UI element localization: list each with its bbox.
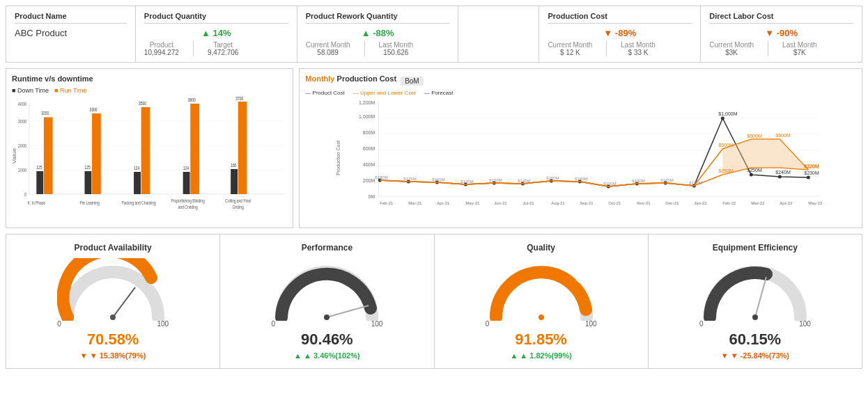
svg-rect-17 [92, 113, 101, 194]
kpi-prod-cost-last: Last Month $ 33 K [621, 41, 655, 56]
kpi-product-rework-title: Product Rework Quantity [306, 12, 450, 24]
down-arrow-icon [765, 28, 774, 38]
svg-text:Feb-22: Feb-22 [723, 201, 737, 205]
svg-text:3600: 3600 [188, 97, 196, 102]
kpi-product-name-title: Product Name [15, 12, 127, 24]
svg-rect-16 [84, 171, 91, 194]
gauge-row: Product Availability 0 100 70.58% ▼ ▼ 15 [6, 234, 862, 369]
kpi-rework-current: Current Month 58.089 [306, 41, 350, 56]
svg-text:Proportioning Blinding: Proportioning Blinding [171, 198, 205, 203]
up-arrow-icon: ▲ [294, 351, 304, 360]
kpi-product-name: Product Name ABC Product [6, 6, 136, 62]
svg-text:$120M: $120M [690, 181, 702, 185]
kpi-direct-labor: Direct Labor Cost -90% Current Month $3K… [701, 6, 862, 62]
kpi-production-cost-title: Production Cost [548, 12, 692, 24]
gauge-performance-change: ▲ ▲ 3.46%(102%) [226, 351, 428, 360]
svg-text:May-21: May-21 [466, 201, 481, 205]
svg-text:$140M: $140M [633, 179, 645, 183]
kpi-direct-labor-sub: Current Month $3K Last Month $7K [709, 41, 853, 56]
svg-text:K: In Phase: K: In Phase [28, 200, 46, 205]
up-arrow-icon [201, 28, 210, 38]
svg-text:$600M: $600M [776, 133, 791, 138]
gauge-availability-title: Product Availability [12, 243, 214, 253]
kpi-labor-current: Current Month $3K [709, 41, 754, 56]
up-arrow-icon [362, 28, 371, 38]
line-chart-svg: Production Cost 0M 200M 400M 600M 800M 1… [305, 99, 856, 221]
kpi-product-rework: Product Rework Quantity -88% Current Mon… [297, 6, 459, 62]
svg-text:4000: 4000 [18, 101, 27, 106]
kpi-target-sub: Target 9,472.706 [208, 41, 239, 56]
svg-text:$240M: $240M [776, 170, 791, 175]
svg-text:$150M: $150M [490, 178, 502, 182]
svg-point-108 [110, 315, 116, 320]
svg-text:600M: 600M [363, 146, 375, 151]
svg-rect-32 [231, 169, 238, 194]
svg-text:Dec-21: Dec-21 [666, 201, 680, 205]
legend-upper-lower: — Upper and Lower Cost [353, 90, 416, 96]
gauge-performance-title: Performance [226, 243, 428, 253]
svg-text:Jan-22: Jan-22 [695, 201, 708, 205]
kpi-product-sub: Product 10,994.272 [144, 41, 179, 56]
svg-text:Value: Value [12, 148, 17, 164]
svg-text:800M: 800M [363, 130, 375, 135]
svg-line-113 [755, 277, 766, 317]
down-arrow-icon: ▼ [80, 351, 90, 360]
svg-rect-26 [183, 172, 190, 194]
svg-text:$220M: $220M [805, 164, 820, 169]
svg-text:Nov-21: Nov-21 [637, 201, 651, 205]
svg-point-83 [778, 175, 782, 179]
svg-text:$145M: $145M [518, 179, 531, 183]
gauge-efficiency-change: ▼ ▼ -25.84%(73%) [654, 351, 856, 360]
kpi-direct-labor-title: Direct Labor Cost [709, 12, 853, 24]
svg-point-84 [807, 176, 810, 180]
gauge-performance-labels: 0 100 [271, 320, 382, 328]
svg-text:124: 124 [183, 166, 189, 170]
svg-text:Griding: Griding [233, 205, 244, 209]
kpi-product-quantity-sub: Product 10,994.272 Target 9,472.706 [144, 41, 288, 56]
svg-text:0M: 0M [369, 194, 375, 199]
svg-text:$250M: $250M [719, 168, 734, 173]
svg-text:Production Cost: Production Cost [336, 141, 341, 175]
gauge-availability-change: ▼ ▼ 15.38%(79%) [12, 351, 214, 360]
legend-downtime: ■ Down Time [12, 87, 49, 94]
gauge-quality: Quality 0 100 91.85% ▲ ▲ 1.82%(99%) [435, 234, 649, 368]
production-cost-chart-panel: Monthly Production Cost BoM — Product Co… [299, 68, 862, 228]
mid-charts-row: Runtime v/s downtime ■ Down Time ■ Run T… [6, 68, 862, 228]
svg-text:Sep-21: Sep-21 [580, 201, 594, 205]
svg-text:$135M: $135M [461, 180, 474, 184]
svg-text:Mar-22: Mar-22 [752, 201, 766, 205]
svg-text:1,000M: 1,000M [359, 114, 375, 119]
svg-text:$1,000M: $1,000M [719, 111, 738, 116]
svg-text:and Cnriding: and Cnriding [178, 205, 198, 209]
svg-line-109 [327, 305, 369, 317]
svg-text:2000: 2000 [18, 143, 27, 148]
svg-text:May-22: May-22 [809, 201, 823, 205]
gauge-efficiency-percent: 60.15% [654, 331, 856, 349]
svg-point-81 [721, 117, 724, 120]
gauge-efficiency-visual [699, 258, 811, 317]
kpi-production-cost-sub: Current Month $ 12 K Last Month $ 33 K [548, 41, 692, 56]
kpi-production-cost-badge: -89% [548, 28, 692, 38]
gauge-performance-percent: 90.46% [226, 331, 428, 349]
kpi-prod-cost-current: Current Month $ 12 K [548, 41, 592, 56]
svg-text:$200M: $200M [547, 176, 559, 180]
gauge-availability-visual [57, 258, 169, 317]
svg-text:3500: 3500 [139, 101, 146, 106]
svg-text:125: 125 [84, 165, 91, 170]
kpi-rework-last: Last Month 150.626 [379, 41, 413, 56]
svg-text:200M: 200M [363, 178, 375, 183]
svg-text:160: 160 [231, 163, 237, 168]
kpi-product-rework-badge: -88% [306, 28, 450, 38]
svg-text:Colling and Final: Colling and Final [225, 198, 251, 203]
kpi-direct-labor-badge: -90% [709, 28, 853, 38]
svg-text:Jun-21: Jun-21 [495, 201, 508, 205]
gauge-efficiency: Equipment Efficiency 0 100 60.15% ▼ ▼ -2… [649, 234, 862, 368]
kpi-rework-sub: Current Month 58.089 Last Month 150.626 [306, 41, 450, 56]
svg-text:$175M: $175M [404, 177, 417, 181]
gauge-quality-labels: 0 100 [486, 320, 597, 328]
svg-text:3300: 3300 [90, 107, 98, 112]
svg-text:3700: 3700 [235, 97, 243, 101]
kpi-product-name-value: ABC Product [15, 28, 127, 38]
gauge-performance-visual [271, 258, 382, 317]
svg-point-110 [324, 315, 330, 320]
